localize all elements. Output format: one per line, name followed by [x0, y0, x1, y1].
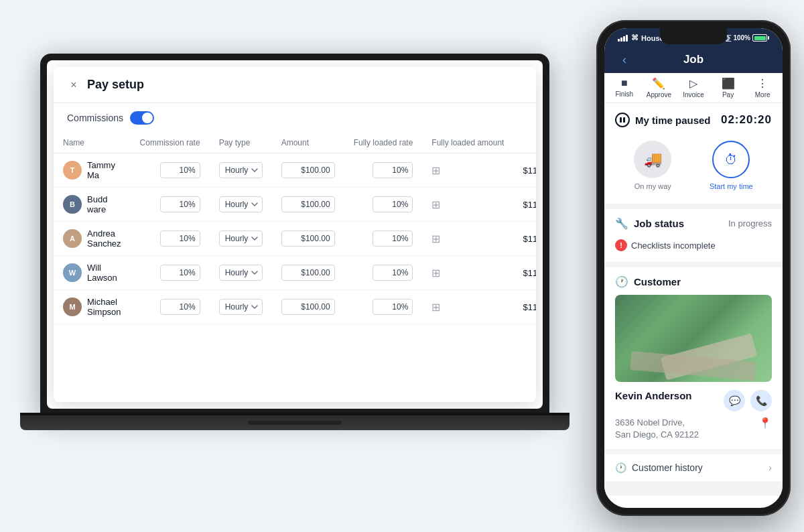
cell-amount	[272, 290, 344, 324]
col-commission-rate: Commission rate	[131, 133, 210, 153]
history-label: Customer history	[632, 462, 703, 473]
customer-section: 🕐 Customer Kevin Anderson 💬 📞	[604, 267, 783, 449]
pay-icon: ⬛	[722, 77, 735, 90]
status-right: ⅀ 100%	[726, 34, 769, 42]
col-fully-loaded-rate: Fully loaded rate	[344, 133, 423, 153]
modal-title: Pay setup	[87, 78, 144, 92]
commissions-toggle[interactable]	[130, 111, 154, 125]
avatar: A	[63, 229, 82, 248]
cell-name: AAndrea Sanchez	[54, 222, 131, 256]
call-button[interactable]: 📞	[750, 390, 772, 411]
battery-body	[752, 34, 767, 42]
customer-history-section[interactable]: 🕐 Customer history ›	[604, 454, 783, 481]
cell-fully-loaded-amount: $110.00	[513, 222, 536, 256]
invoice-label: Invoice	[683, 91, 704, 98]
approve-icon: ✏️	[652, 77, 665, 90]
amount-input[interactable]	[281, 196, 335, 212]
start-my-time-circle: ⏱	[712, 141, 750, 178]
employee-name: Will Lawson	[87, 263, 121, 283]
signal-bar-2	[620, 38, 622, 42]
fully-loaded-rate-input[interactable]	[373, 265, 413, 281]
fully-loaded-rate-input[interactable]	[373, 162, 413, 178]
fully-loaded-rate-input[interactable]	[373, 196, 413, 212]
amount-input[interactable]	[281, 299, 335, 315]
fully-loaded-rate-input[interactable]	[373, 230, 413, 247]
pay-type-select[interactable]: Hourly	[219, 299, 263, 315]
phone-nav-title: Job	[634, 53, 753, 66]
cell-commission-rate	[131, 188, 210, 222]
history-chevron-icon: ›	[768, 462, 772, 473]
avatar: M	[63, 297, 82, 316]
commission-rate-input[interactable]	[160, 196, 200, 212]
pay-label: Pay	[722, 91, 734, 98]
toolbar-more[interactable]: ⋮ More	[748, 77, 777, 98]
laptop-screen-content: × Pay setup Commissions Name Commission …	[47, 60, 543, 409]
pay-type-select[interactable]: Hourly	[219, 162, 263, 178]
amount-input[interactable]	[281, 162, 335, 178]
commission-rate-input[interactable]	[160, 299, 200, 315]
on-my-way-action[interactable]: 🚚 On my way	[634, 141, 671, 190]
pay-type-select[interactable]: Hourly	[219, 265, 263, 281]
customer-address: 3636 Nobel Drive, San Diego, CA 92122	[615, 417, 699, 441]
commissions-label: Commissions	[67, 113, 123, 123]
pause-bars	[620, 117, 625, 123]
checklist-text: Checklists incomplete	[631, 241, 716, 251]
back-button[interactable]: ‹	[615, 50, 634, 69]
signal-bars	[618, 35, 628, 42]
grid-icon[interactable]: ⊞	[431, 302, 440, 313]
cell-amount	[272, 256, 344, 290]
cell-commission-rate	[131, 256, 210, 290]
pay-type-select[interactable]: Hourly	[219, 230, 263, 247]
job-status-title: Job status	[634, 218, 684, 229]
cell-fully-loaded-rate	[344, 222, 423, 256]
grid-icon[interactable]: ⊞	[431, 267, 440, 279]
cell-grid-icon: ⊞	[422, 290, 513, 324]
commission-rate-input[interactable]	[160, 265, 200, 281]
time-actions: 🚚 On my way ⏱ Start my time	[615, 137, 772, 194]
phone-screen: ⌘ Housecall Pro 9:41 AM ⅀ 100%	[604, 28, 783, 508]
cell-amount	[272, 153, 344, 188]
start-my-time-label: Start my time	[710, 182, 753, 190]
customer-icon: 🕐	[615, 275, 628, 288]
commission-rate-input[interactable]	[160, 230, 200, 247]
cell-commission-rate	[131, 153, 210, 188]
truck-icon: 🚚	[644, 151, 662, 168]
laptop-screen: × Pay setup Commissions Name Commission …	[40, 54, 549, 415]
cell-fully-loaded-amount: $110.00	[513, 188, 536, 222]
commission-rate-input[interactable]	[160, 162, 200, 178]
cell-fully-loaded-amount: $110.00	[513, 153, 536, 188]
laptop: × Pay setup Commissions Name Commission …	[20, 54, 570, 469]
grid-icon[interactable]: ⊞	[431, 165, 440, 176]
fully-loaded-rate-input[interactable]	[373, 299, 413, 315]
map-pin-icon: 📍	[758, 417, 772, 429]
cell-grid-icon: ⊞	[422, 222, 513, 256]
toolbar-approve[interactable]: ✏️ Approve	[644, 77, 673, 98]
modal-header: × Pay setup	[54, 67, 536, 103]
amount-input[interactable]	[281, 230, 335, 247]
cell-grid-icon: ⊞	[422, 256, 513, 290]
cell-name: TTammy Ma	[54, 153, 131, 188]
message-button[interactable]: 💬	[724, 390, 745, 411]
avatar: T	[63, 161, 82, 180]
grid-icon[interactable]: ⊞	[431, 199, 440, 210]
cell-pay-type: Hourly	[210, 153, 272, 188]
customer-header: 🕐 Customer	[615, 275, 772, 288]
toolbar-invoice[interactable]: ▷ Invoice	[679, 77, 708, 98]
amount-input[interactable]	[281, 265, 335, 281]
employee-name: Andrea Sanchez	[87, 228, 121, 249]
time-paused-label: My time paused	[635, 115, 711, 126]
col-pay-type: Pay type	[210, 133, 272, 153]
table-row: BBudd wareHourly⊞$110.00	[54, 188, 536, 222]
phone-nav-bar: ‹ Job	[604, 45, 783, 73]
customer-map	[615, 295, 772, 382]
toolbar-finish[interactable]: ■ Finish	[610, 77, 639, 98]
close-button[interactable]: ×	[67, 78, 80, 92]
start-my-time-action[interactable]: ⏱ Start my time	[710, 141, 753, 190]
time-value: 02:20:20	[721, 113, 772, 127]
pay-table-body: TTammy MaHourly⊞$110.00BBudd wareHourly⊞…	[54, 153, 536, 324]
pay-type-select[interactable]: Hourly	[219, 196, 263, 212]
history-row: 🕐 Customer history ›	[615, 462, 772, 473]
customer-name: Kevin Anderson	[615, 390, 691, 401]
grid-icon[interactable]: ⊞	[431, 233, 440, 245]
toolbar-pay[interactable]: ⬛ Pay	[714, 77, 743, 98]
